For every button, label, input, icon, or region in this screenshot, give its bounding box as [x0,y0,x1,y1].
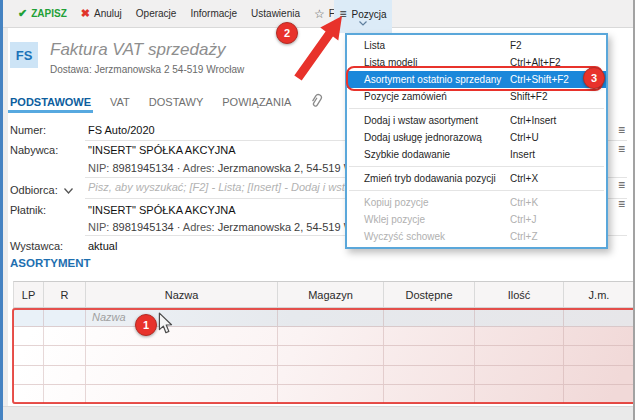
menu-separator [349,190,604,191]
address-label: Adres: [183,221,215,233]
column-header-dostepne[interactable]: Dostępne [384,282,475,307]
information-label: Informacje [190,8,237,19]
shortcut: Ctrl+X [510,173,538,184]
tab-vat[interactable]: VAT [108,96,132,113]
table-header-row: LP R Nazwa Magazyn Dostępne Ilość J.m. [13,281,635,308]
payer-field[interactable]: "INSERT" SPÓŁKA AKCYJNA [88,204,236,216]
cell-jm [564,308,635,326]
menu-item-lista-modeli[interactable]: Lista modeli Ctrl+Alt+F2 [347,54,606,71]
cancel-button[interactable]: ✖ Anuluj [74,0,129,28]
delivery-address: Dostawa: Jerzmanowska 2 54-519 Wrocław [50,64,244,75]
annotation-step-1-badge: 1 [135,314,157,336]
shortcut: Ctrl+Shift+F2 [510,74,569,85]
buyer-nip: 8981945134 [112,162,173,174]
table-row[interactable] [14,327,635,346]
settings-menu-button[interactable]: Ustawienia [244,0,307,28]
menu-item-pozycje-zamowien[interactable]: Pozycje zamówień Shift+F2 [347,88,606,105]
position-menu-button[interactable]: ≡ Pozycja [334,0,392,33]
information-menu-button[interactable]: Informacje [183,0,244,28]
buyer-row-menu-icon[interactable]: ≡ [618,143,625,155]
assortment-table: LP R Nazwa Magazyn Dostępne Ilość J.m. N… [13,281,635,404]
menu-item-dodaj-i-wstaw-asortyment[interactable]: Dodaj i wstaw asortyment Ctrl+Insert [347,112,606,129]
menu-item-wklej-pozycje: Wklej pozycje Ctrl+J [347,211,606,228]
menu-item-szybkie-dodawanie[interactable]: Szybkie dodawanie Insert [347,146,606,163]
payer-row-menu-icon[interactable]: ≡ [618,198,625,210]
shortcut: Ctrl+Z [510,231,538,242]
operations-label: Operacje [136,8,177,19]
shortcut: Ctrl+Alt+F2 [510,57,561,68]
table-row[interactable] [14,366,635,385]
tab-powiazania[interactable]: POWIĄZANIA [220,96,293,113]
table-body: Nazwa [13,308,635,404]
document-type-badge: FS [10,42,38,68]
annotation-step-3-badge: 3 [583,67,605,89]
assortment-section-title: ASORTYMENT [10,257,91,269]
shortcut: Shift+F2 [510,91,548,102]
menu-separator [349,108,604,109]
tab-podstawowe[interactable]: PODSTAWOWE [8,96,93,113]
column-header-magazyn[interactable]: Magazyn [278,282,384,307]
payer-nip: 8981945134 [112,221,173,233]
issuer-label: Wystawca: [10,240,63,252]
recipient-dropdown-chevron-icon[interactable] [64,188,73,194]
save-button[interactable]: ✔ ZAPISZ [11,0,74,28]
attachments-tab[interactable] [308,93,325,113]
number-row-menu-icon[interactable]: ≡ [618,124,625,136]
issuer-field[interactable]: aktual [88,240,117,252]
menu-item-dodaj-usluge-jednorazowa[interactable]: Dodaj usługę jednorazową Ctrl+U [347,129,606,146]
cancel-button-label: Anuluj [94,8,122,19]
column-header-r[interactable]: R [44,282,86,307]
number-field[interactable]: FS Auto/2020 [88,124,155,136]
window-left-border [0,0,3,420]
menu-item-kopiuj-pozycje: Kopiuj pozycje Ctrl+K [347,194,606,211]
hamburger-icon: ≡ [339,7,346,21]
menu-item-lista[interactable]: Lista F2 [347,37,606,54]
dot-separator: · [177,221,181,233]
check-icon: ✔ [18,7,27,20]
tab-dostawy[interactable]: DOSTAWY [147,96,205,113]
shortcut: Insert [510,149,535,160]
save-button-label: ZAPISZ [31,8,67,19]
operations-menu-button[interactable]: Operacje [129,0,184,28]
invoice-window: ✔ ZAPISZ ✖ Anuluj Operacje Informacje Us… [0,0,635,420]
chevron-down-icon [359,21,367,26]
number-label: Numer: [10,124,46,136]
recipient-label: Odbiorca: [10,184,58,196]
nip-label: NIP: [88,162,109,174]
shortcut: Ctrl+K [510,197,538,208]
table-row-new-item[interactable]: Nazwa [14,308,635,327]
shortcut: F2 [510,40,522,51]
column-header-jm[interactable]: J.m. [564,282,635,307]
tab-bar: PODSTAWOWE VAT DOSTAWY POWIĄZANIA [8,92,325,113]
x-icon: ✖ [81,7,90,20]
payer-label: Płatnik: [10,204,46,216]
annotation-step-2-badge: 2 [276,22,298,44]
address-label: Adres: [183,162,215,174]
buyer-field[interactable]: "INSERT" SPÓŁKA AKCYJNA [88,144,236,156]
table-row[interactable] [14,385,635,404]
new-item-name-input[interactable]: Nazwa [86,308,278,326]
toolbar: ✔ ZAPISZ ✖ Anuluj Operacje Informacje Us… [3,0,633,28]
cell-magazyn [278,308,384,326]
column-header-ilosc[interactable]: Ilość [475,282,564,307]
menu-item-asortyment-ostatnio-sprzedany[interactable]: Asortyment ostatnio sprzedany Ctrl+Shift… [347,71,606,88]
column-header-nazwa[interactable]: Nazwa [86,282,278,307]
menu-separator [349,166,604,167]
dot-separator: · [177,162,181,174]
column-header-lp[interactable]: LP [14,282,44,307]
menu-item-wyczysc-schowek: Wyczyść schowek Ctrl+Z [347,228,606,245]
payer-details: NIP: 8981945134 · Adres: Jerzmanowska 2,… [88,221,386,233]
table-row[interactable] [14,346,635,365]
recipient-row-menu-icon[interactable]: ≡ [618,179,625,191]
menu-item-zmien-tryb-dodawania-pozycji[interactable]: Zmień tryb dodawania pozycji Ctrl+X [347,170,606,187]
cell-r [44,308,86,326]
page-title: Faktura VAT sprzedaży [50,40,225,60]
position-menu-label: Pozycja [352,9,387,20]
star-icon: ☆ [314,7,325,21]
buyer-label: Nabywca: [10,144,58,156]
paperclip-icon [310,93,323,108]
cell-dostepne [384,308,475,326]
status-strip [3,406,633,420]
shortcut: Ctrl+U [510,132,539,143]
nip-label: NIP: [88,221,109,233]
